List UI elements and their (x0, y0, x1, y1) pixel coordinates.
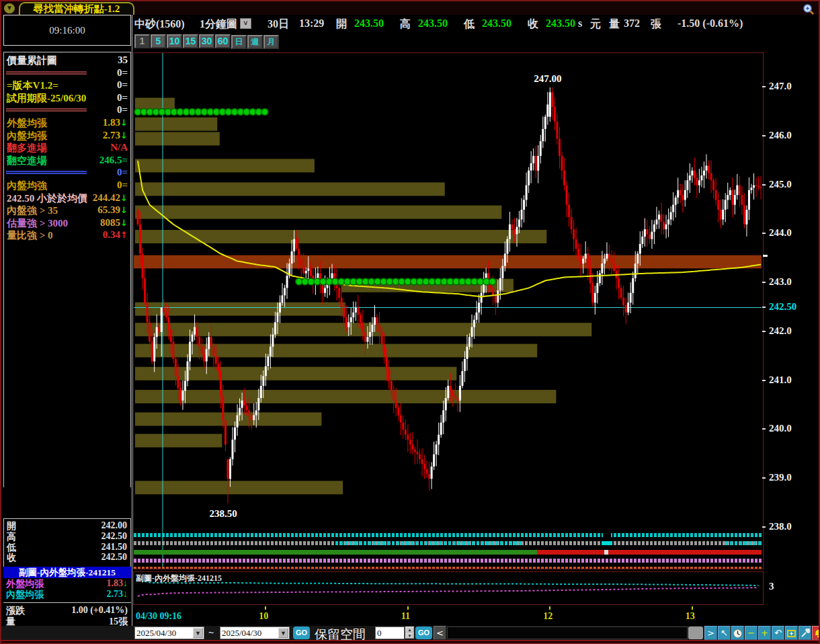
chart-scrollbar-track[interactable] (447, 627, 688, 639)
spinner-up-icon[interactable]: ▲ (405, 627, 414, 633)
magnifier-icon[interactable] (803, 3, 815, 15)
go-button-2[interactable]: GO (415, 627, 432, 639)
crosshair-time-box: 09:16:00 (3, 15, 131, 46)
quote-label-3: 收 (528, 17, 538, 32)
price-tick (762, 428, 766, 430)
date-to-select[interactable]: 2025/04/30▼ (220, 627, 290, 639)
chart-scrollbar-thumb[interactable] (688, 627, 703, 639)
bell-button[interactable] (812, 626, 820, 640)
trend-arrow-down: ↓ (120, 205, 128, 215)
quote-label-0: 開 (336, 17, 347, 32)
quote-value-1: 243.50 (418, 17, 448, 30)
price-axis-label: 246.0 (769, 130, 792, 141)
subchart-value-rows: 外盤均張1.83↓內盤均張2.73↓ (3, 578, 131, 602)
change-row-0: 漲跌1.00 (+0.41%) (3, 605, 131, 616)
scroll-left-button[interactable]: < (434, 626, 446, 640)
spinner-down-icon[interactable]: ▼ (405, 633, 414, 639)
indicator-row-10: 內盤均強0= (4, 179, 130, 192)
wrench-button[interactable] (798, 626, 811, 640)
timeframe-button-60[interactable]: 60 (215, 34, 231, 48)
main-chart-svg[interactable]: 247.00238.50 (134, 53, 763, 569)
price-tick (762, 307, 766, 308)
period-label: 1分鐘圖 (200, 17, 237, 32)
indicator-row-14: 量比強 > 00.34↑ (4, 229, 130, 242)
indicator-value: 0= (117, 104, 128, 116)
period-dropdown-button[interactable]: ˅ (240, 18, 251, 29)
timeframe-button-月[interactable]: 月 (263, 35, 279, 49)
indicator-label: 內盤均強 (7, 179, 47, 192)
candlestick-series (137, 87, 762, 504)
price-tick (762, 282, 766, 283)
ohlc-row-2: 低241.50 (4, 542, 130, 553)
main-chart-pane[interactable]: 247.00238.50 (133, 52, 764, 569)
price-tick (762, 477, 766, 479)
dropdown-arrow-icon[interactable]: ▼ (193, 628, 203, 638)
indicator-value: 35 (118, 54, 128, 66)
fit-button[interactable] (785, 626, 798, 640)
time-label: 13:29 (299, 17, 324, 30)
undo-button[interactable]: ↶ (772, 626, 784, 640)
price-axis-label: 244.0 (769, 227, 792, 239)
timeframe-button-5[interactable]: 5 (151, 34, 166, 48)
sub-chart-svg[interactable] (134, 572, 763, 604)
pointer-button[interactable]: ↖ (718, 626, 731, 640)
quote-label-1: 高 (400, 17, 411, 32)
go-button-1[interactable]: GO (293, 627, 310, 639)
current-price-tick (763, 255, 768, 257)
zoom-in-button[interactable]: + (758, 626, 771, 640)
sub-chart-pane[interactable]: 副圖-內外盤均張-241215 (133, 571, 764, 605)
price-axis-label: 245.0 (769, 179, 792, 190)
change-value: 1.00 (+0.41%) (71, 605, 128, 616)
trend-arrow-down: ↓ (120, 193, 128, 203)
timeframe-button-30[interactable]: 30 (199, 34, 214, 48)
ohlc-label: 收 (7, 552, 16, 564)
clock-button[interactable] (731, 626, 744, 640)
indicator-row-9: 0= (4, 167, 130, 179)
price-axis-label: 243.0 (769, 276, 792, 288)
timeframe-button-日[interactable]: 日 (231, 35, 247, 49)
ohlc-value: 242.50 (101, 531, 128, 542)
timeframe-button-1[interactable]: 1 (134, 34, 150, 48)
price-axis-label: 242.0 (769, 325, 792, 337)
bar-ohlc-box: 開242.00高242.50低241.50收242.50 (3, 518, 131, 567)
scroll-right-button[interactable]: > (704, 626, 717, 640)
change-volume-box: 漲跌1.00 (+0.41%)量15張 (3, 602, 131, 625)
indicator-value: 0= (117, 79, 128, 91)
time-axis-label: 11 (401, 611, 410, 622)
indicator-row-4: 0= (4, 104, 130, 117)
ohlc-row-1: 高242.50 (4, 531, 130, 542)
price-tick (762, 526, 766, 528)
timeframe-button-10[interactable]: 10 (167, 34, 182, 48)
indicator-row-6: 內盤均張2.73↓ (4, 130, 130, 143)
tab-menu-button[interactable]: ▼ (4, 3, 15, 13)
indicator-label: =版本V1.2= (7, 79, 58, 92)
unit-yuan: 元 (590, 17, 601, 32)
indicator-label: 估量強 > 3000 (7, 217, 68, 230)
ohlc-value: 242.00 (101, 520, 128, 531)
trend-arrow-down: ↓ (120, 130, 128, 140)
indicator-label: 價量累計圖 (7, 54, 57, 67)
zoom-out-button[interactable]: − (745, 626, 757, 640)
quote-value-2: 243.50 (482, 17, 511, 30)
subchart-title-bar[interactable]: 副圖-內外盤均張-241215 (3, 567, 131, 578)
trend-arrow-down: ↓ (120, 218, 128, 228)
indicator-list: 價量累計圖350==版本V1.2=0=試用期限-25/06/300=0=外盤均張… (3, 52, 131, 487)
price-tick (762, 331, 766, 332)
indicator-value: N/A (110, 142, 128, 153)
volume-unit: 張 (651, 17, 661, 32)
keep-space-spinner[interactable]: ▲▼ (405, 627, 414, 639)
fit-icon (786, 629, 796, 639)
subchart-row-1: 內盤均張2.73↓ (3, 589, 131, 600)
dropdown-arrow-icon[interactable]: ▼ (278, 628, 288, 638)
tab-strategy[interactable]: 尋找當沖轉折點-1.2 (19, 2, 134, 15)
timeframe-button-15[interactable]: 15 (183, 34, 198, 48)
quote-value-0: 243.50 (354, 17, 384, 30)
zoom-in-icon: + (761, 628, 768, 638)
price-axis-label: 238.0 (769, 521, 792, 532)
timeframe-button-週[interactable]: 週 (247, 35, 263, 49)
price-tick (762, 380, 766, 381)
date-from-select[interactable]: 2025/04/30▼ (134, 627, 204, 639)
keep-space-input[interactable]: 0 (375, 627, 405, 639)
timeframe-row: 1510153060日週月 (134, 34, 605, 50)
separator-line (6, 71, 87, 75)
